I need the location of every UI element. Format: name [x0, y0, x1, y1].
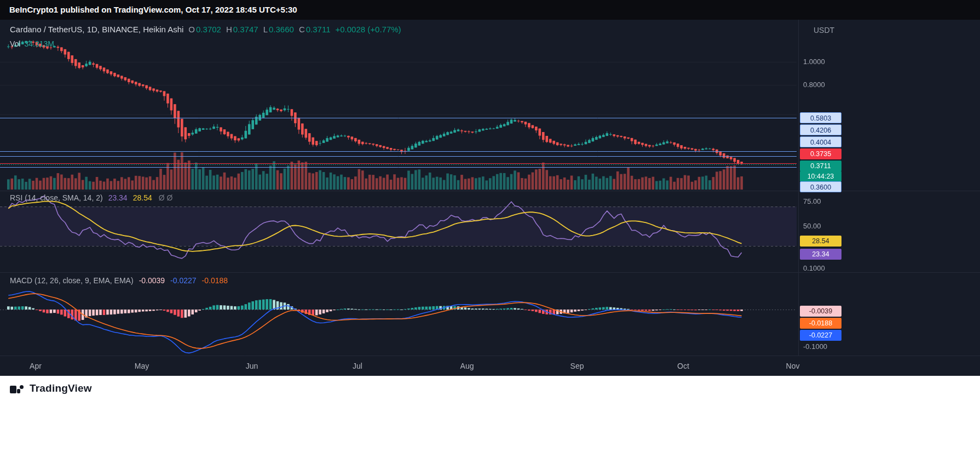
macd-tick-neg0.1: -0.1000 — [803, 341, 827, 352]
month-label-jul: Jul — [353, 362, 362, 370]
rsi-legend[interactable]: RSI (14, close, SMA, 14, 2)23.3428.54Ø Ø — [10, 193, 172, 202]
countdown-badge: 10:44:23 — [800, 171, 841, 182]
footer-bar: TradingView — [0, 376, 980, 458]
header-attribution-text: BeInCrypto1 published on TradingView.com… — [9, 5, 297, 14]
tradingview-wordmark[interactable]: TradingView — [30, 382, 92, 394]
level-badge-0.3735: 0.3735 — [800, 148, 841, 159]
month-label-oct: Oct — [677, 362, 689, 370]
rsi-sma-badge: 28.54 — [800, 236, 841, 247]
level-badge-0.3600: 0.3600 — [800, 181, 841, 192]
month-label-jun: Jun — [246, 362, 258, 370]
month-label-sep: Sep — [570, 362, 584, 370]
month-label-apr: Apr — [30, 362, 42, 370]
rsi-title[interactable]: RSI (14, close, SMA, 14, 2) — [10, 193, 103, 202]
rsi-sma-value: 28.54 — [133, 193, 152, 202]
price-axis[interactable]: 1.00000.80000.58030.42060.40040.37350.37… — [798, 20, 980, 376]
symbol-title[interactable]: Cardano / TetherUS, 1D, BINANCE, Heikin … — [10, 25, 183, 34]
close-value: 0.3711 — [306, 25, 331, 34]
month-label-aug: Aug — [460, 362, 474, 370]
macd-histogram-value: -0.0039 — [139, 276, 165, 285]
last-price-badge: 0.3711 — [800, 161, 841, 171]
month-label-may: May — [135, 362, 149, 370]
high-label: H — [226, 25, 232, 34]
time-axis[interactable]: AprMayJunJulAugSepOctNov — [0, 356, 980, 376]
published-chart-page: BeInCrypto1 published on TradingView.com… — [0, 0, 980, 458]
macd-hist-badge: -0.0039 — [800, 306, 841, 317]
close-label: C — [299, 25, 305, 34]
month-label-nov: Nov — [786, 362, 800, 370]
price-tick-1.0000: 1.0000 — [803, 56, 825, 67]
macd-signal-badge: -0.0188 — [800, 318, 841, 329]
open-label: O — [188, 25, 195, 34]
change-value: +0.0028 (+0.77%) — [336, 25, 401, 34]
low-label: L — [263, 25, 268, 34]
macd-legend[interactable]: MACD (12, 26, close, 9, EMA, EMA)-0.0039… — [10, 276, 228, 285]
rsi-tick-50: 50.00 — [803, 221, 821, 232]
macd-signal-value: -0.0188 — [202, 276, 228, 285]
price-tick-0.8000: 0.8000 — [803, 79, 825, 90]
rsi-value: 23.34 — [108, 193, 128, 202]
macd-title[interactable]: MACD (12, 26, close, 9, EMA, EMA) — [10, 276, 134, 285]
level-badge-0.5803: 0.5803 — [800, 112, 841, 123]
rsi-tick-75: 75.00 — [803, 196, 821, 207]
rsi-hidden-values: Ø Ø — [159, 193, 173, 202]
open-value: 0.3702 — [196, 25, 221, 34]
low-value: 0.3660 — [269, 25, 294, 34]
macd-line-badge: -0.0227 — [800, 330, 841, 341]
volume-label: Vol — [10, 39, 20, 48]
price-axis-currency-label: USDT — [814, 26, 834, 35]
symbol-legend[interactable]: Cardano / TetherUS, 1D, BINANCE, Heikin … — [10, 25, 401, 34]
tradingview-logo-icon[interactable] — [9, 381, 25, 398]
volume-value: 34.313M — [24, 39, 54, 48]
high-value: 0.3747 — [233, 25, 258, 34]
macd-line-value: -0.0227 — [170, 276, 196, 285]
level-badge-0.4004: 0.4004 — [800, 136, 841, 147]
macd-tick-0.1: 0.1000 — [803, 263, 825, 274]
level-badge-0.4206: 0.4206 — [800, 124, 841, 135]
header-bar: BeInCrypto1 published on TradingView.com… — [0, 0, 980, 20]
rsi-badge: 23.34 — [800, 249, 841, 260]
volume-legend[interactable]: Vol34.313M — [10, 39, 54, 48]
